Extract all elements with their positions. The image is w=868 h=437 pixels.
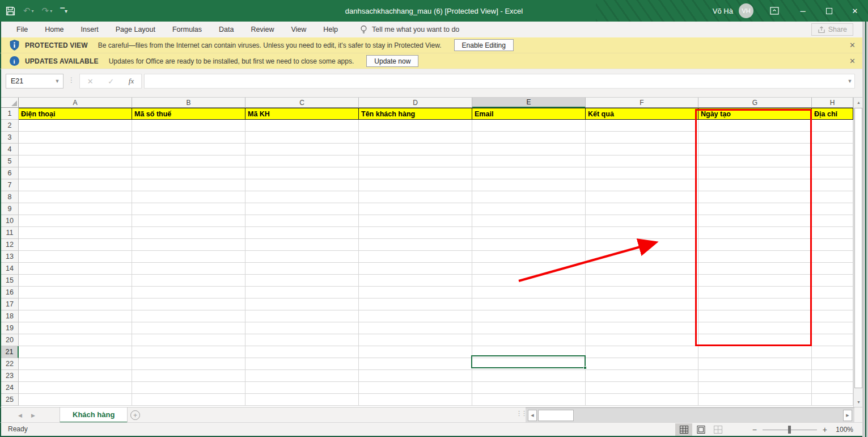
- row-header-5[interactable]: 5: [1, 156, 19, 167]
- cell-D25[interactable]: [359, 394, 472, 406]
- cell-E14[interactable]: [472, 263, 586, 275]
- cell-G24[interactable]: [698, 382, 812, 394]
- cell-C8[interactable]: [245, 191, 359, 203]
- cell-C14[interactable]: [245, 263, 359, 275]
- scroll-down-icon[interactable]: ▼: [854, 397, 862, 407]
- cell-E20[interactable]: [472, 334, 586, 346]
- column-header-E[interactable]: E: [472, 98, 586, 108]
- tab-insert[interactable]: Insert: [73, 22, 107, 37]
- cell-G21[interactable]: [698, 346, 812, 358]
- cell-C13[interactable]: [245, 251, 359, 263]
- cell-A1[interactable]: Điện thoại: [19, 108, 132, 120]
- column-header-D[interactable]: D: [359, 98, 472, 108]
- cell-F9[interactable]: [586, 203, 698, 215]
- cell-C10[interactable]: [245, 215, 359, 227]
- cell-F3[interactable]: [586, 132, 698, 144]
- cell-F11[interactable]: [586, 227, 698, 239]
- minimize-button[interactable]: ─: [790, 0, 816, 22]
- cell-D1[interactable]: Tên khách hàng: [359, 108, 472, 120]
- cell-H8[interactable]: [812, 191, 853, 203]
- cell-F14[interactable]: [586, 263, 698, 275]
- cell-H25[interactable]: [812, 394, 853, 406]
- column-header-F[interactable]: F: [586, 98, 698, 108]
- cell-D10[interactable]: [359, 215, 472, 227]
- zoom-out-icon[interactable]: −: [752, 425, 757, 434]
- cell-C18[interactable]: [245, 310, 359, 322]
- row-header-11[interactable]: 11: [1, 227, 19, 239]
- cell-C25[interactable]: [245, 394, 359, 406]
- horizontal-scrollbar[interactable]: ◀ ▶: [526, 407, 854, 423]
- row-header-15[interactable]: 15: [1, 275, 19, 287]
- cell-C16[interactable]: [245, 287, 359, 299]
- cell-H19[interactable]: [812, 322, 853, 334]
- cell-A14[interactable]: [19, 263, 132, 275]
- column-header-H[interactable]: H: [812, 98, 853, 108]
- cell-F5[interactable]: [586, 156, 698, 167]
- cell-D3[interactable]: [359, 132, 472, 144]
- cell-C7[interactable]: [245, 179, 359, 191]
- cell-C19[interactable]: [245, 322, 359, 334]
- tab-formulas[interactable]: Formulas: [164, 22, 210, 37]
- selected-cell-E21[interactable]: [471, 355, 586, 368]
- cell-A21[interactable]: [19, 346, 132, 358]
- cell-A8[interactable]: [19, 191, 132, 203]
- cell-F25[interactable]: [586, 394, 698, 406]
- row-header-1[interactable]: 1: [1, 108, 19, 120]
- row-header-18[interactable]: 18: [1, 310, 19, 322]
- cell-F22[interactable]: [586, 358, 698, 370]
- cell-H22[interactable]: [812, 358, 853, 370]
- cell-A5[interactable]: [19, 156, 132, 167]
- cell-H1[interactable]: Địa chỉ: [812, 108, 853, 120]
- cell-A23[interactable]: [19, 370, 132, 382]
- tab-help[interactable]: Help: [315, 22, 346, 37]
- cell-A15[interactable]: [19, 275, 132, 287]
- cell-B9[interactable]: [132, 203, 245, 215]
- cell-B12[interactable]: [132, 239, 245, 251]
- cell-D16[interactable]: [359, 287, 472, 299]
- cell-B14[interactable]: [132, 263, 245, 275]
- cell-H10[interactable]: [812, 215, 853, 227]
- cell-F21[interactable]: [586, 346, 698, 358]
- cell-B18[interactable]: [132, 310, 245, 322]
- cell-A16[interactable]: [19, 287, 132, 299]
- cell-C23[interactable]: [245, 370, 359, 382]
- cell-H20[interactable]: [812, 334, 853, 346]
- fill-handle[interactable]: [583, 366, 587, 369]
- cell-D22[interactable]: [359, 358, 472, 370]
- cell-A2[interactable]: [19, 120, 132, 132]
- cell-E6[interactable]: [472, 167, 586, 179]
- avatar[interactable]: VH: [739, 3, 753, 18]
- cell-H3[interactable]: [812, 132, 853, 144]
- cell-A9[interactable]: [19, 203, 132, 215]
- cell-C2[interactable]: [245, 120, 359, 132]
- cell-D21[interactable]: [359, 346, 472, 358]
- column-header-C[interactable]: C: [245, 98, 359, 108]
- ribbon-display-options-icon[interactable]: [766, 0, 783, 22]
- cell-B4[interactable]: [132, 144, 245, 156]
- close-protected-view-bar-icon[interactable]: ✕: [849, 41, 856, 49]
- name-box-dropdown-icon[interactable]: ▼: [52, 78, 63, 84]
- tab-data[interactable]: Data: [210, 22, 242, 37]
- scrollbar-resize-grip[interactable]: ⋮⋮: [516, 410, 526, 417]
- cell-H23[interactable]: [812, 370, 853, 382]
- cell-A10[interactable]: [19, 215, 132, 227]
- cell-B8[interactable]: [132, 191, 245, 203]
- cell-F6[interactable]: [586, 167, 698, 179]
- cell-D17[interactable]: [359, 299, 472, 310]
- cell-C5[interactable]: [245, 156, 359, 167]
- row-header-22[interactable]: 22: [1, 358, 19, 370]
- scroll-right-icon[interactable]: ▶: [843, 410, 852, 421]
- cell-A22[interactable]: [19, 358, 132, 370]
- cell-E3[interactable]: [472, 132, 586, 144]
- user-name[interactable]: Võ Hà: [713, 7, 733, 15]
- vertical-scrollbar-thumb[interactable]: [854, 108, 862, 388]
- cell-F19[interactable]: [586, 322, 698, 334]
- cell-F17[interactable]: [586, 299, 698, 310]
- cell-B17[interactable]: [132, 299, 245, 310]
- formula-bar-grip[interactable]: ⋮: [68, 76, 75, 84]
- normal-view-icon[interactable]: [675, 423, 692, 436]
- cell-B2[interactable]: [132, 120, 245, 132]
- cell-C21[interactable]: [245, 346, 359, 358]
- cell-E13[interactable]: [472, 251, 586, 263]
- cell-F1[interactable]: Kết quả: [586, 108, 698, 120]
